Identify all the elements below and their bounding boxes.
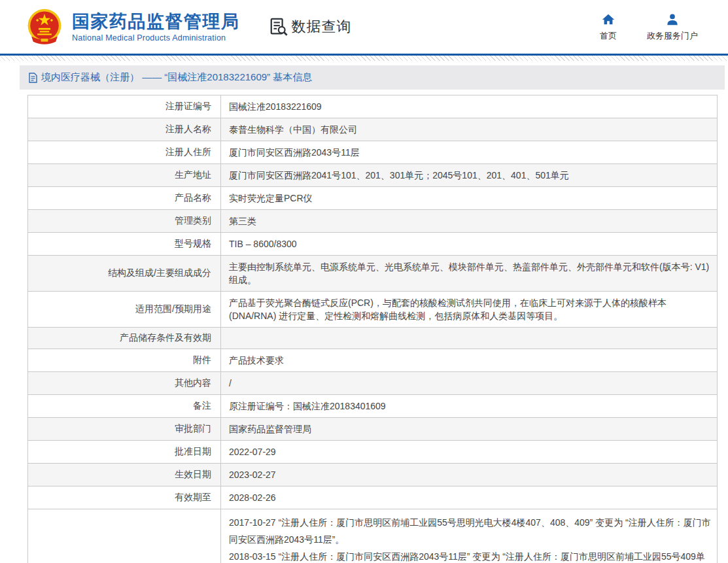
row-value: 主要由控制系统单元、电源系统单元、光电系统单元、模块部件单元、热盖部件单元、外壳…: [221, 256, 718, 292]
row-value: 原注册证编号：国械注准20183401609: [221, 395, 718, 418]
table-row: 变更情况2017-10-27 “注册人住所：厦门市思明区前埔工业园55号思明光电…: [28, 509, 718, 563]
table-row: 注册证编号国械注准20183221609: [28, 95, 718, 118]
row-label: 注册人名称: [28, 118, 221, 141]
row-label: 管理类别: [28, 210, 221, 233]
table-row: 产品名称实时荧光定量PCR仪: [28, 187, 718, 210]
row-label: 注册人住所: [28, 141, 221, 164]
row-label: 其他内容: [28, 372, 221, 395]
change-history-line: 2018-03-15 “注册人住所：厦门市同安区西洲路2043号11层” 变更为…: [229, 548, 712, 563]
table-row: 管理类别第三类: [28, 210, 718, 233]
row-label: 适用范围/预期用途: [28, 292, 221, 328]
row-label: 产品名称: [28, 187, 221, 210]
row-label: 结构及组成/主要组成成分: [28, 256, 221, 292]
nmpa-emblem-logo: [26, 8, 63, 46]
table-row: 注册人名称泰普生物科学（中国）有限公司: [28, 118, 718, 141]
row-value: 厦门市同安区西洲路2043号11层: [221, 141, 718, 164]
row-value: 2017-10-27 “注册人住所：厦门市思明区前埔工业园55号思明光电大楼4楼…: [221, 509, 718, 563]
row-label: 产品储存条件及有效期: [28, 328, 221, 349]
registration-info-table: 注册证编号国械注准20183221609注册人名称泰普生物科学（中国）有限公司注…: [27, 95, 718, 563]
table-row: 备注原注册证编号：国械注准20183401609: [28, 395, 718, 418]
row-label: 生效日期: [28, 464, 221, 486]
row-value: 实时荧光定量PCR仪: [221, 187, 718, 210]
table-row: 附件产品技术要求: [28, 349, 718, 372]
table-row: 注册人住所厦门市同安区西洲路2043号11层: [28, 141, 718, 164]
table-row: 适用范围/预期用途产品基于荧光聚合酶链式反应(PCR)，与配套的核酸检测试剂共同…: [28, 292, 718, 328]
nav-item-label: 政务服务门户: [647, 30, 698, 42]
table-row: 批准日期2022-07-29: [28, 441, 718, 464]
document-icon: [29, 73, 37, 83]
info-table-body: 注册证编号国械注准20183221609注册人名称泰普生物科学（中国）有限公司注…: [28, 95, 718, 563]
breadcrumb-title: 境内医疗器械（注册） —— “国械注准20183221609” 基本信息: [41, 71, 312, 84]
table-row: 产品储存条件及有效期: [28, 328, 718, 349]
row-value: 2028-02-26: [221, 486, 718, 509]
data-query-section[interactable]: 数据查询: [269, 17, 352, 37]
table-row: 型号规格TIB – 8600/8300: [28, 233, 718, 256]
row-value: 国械注准20183221609: [221, 95, 718, 118]
row-label: 注册证编号: [28, 95, 221, 118]
row-label: 审批部门: [28, 418, 221, 441]
row-value: 厦门市同安区西洲路2041号101、201、301单元；2045号101、201…: [221, 164, 718, 187]
row-value: 国家药品监督管理局: [221, 418, 718, 441]
site-header: 国家药品监督管理局 National Medical Products Admi…: [0, 0, 728, 54]
table-row: 生产地址厦门市同安区西洲路2041号101、201、301单元；2045号101…: [28, 164, 718, 187]
row-value: 产品基于荧光聚合酶链式反应(PCR)，与配套的核酸检测试剂共同使用，在临床上可对…: [221, 292, 718, 328]
row-label: 有效期至: [28, 486, 221, 509]
user-icon: [665, 12, 680, 27]
org-name-en: National Medical Products Administration: [72, 33, 240, 43]
row-value: 泰普生物科学（中国）有限公司: [221, 118, 718, 141]
row-value: [221, 328, 718, 349]
row-value: 产品技术要求: [221, 349, 718, 372]
data-query-icon: [269, 17, 288, 37]
header-nav: 首页 政务服务门户: [600, 12, 728, 42]
row-label: 型号规格: [28, 233, 221, 256]
hatch-strip: [0, 56, 728, 61]
row-label: 变更情况: [28, 509, 221, 563]
nav-item-portal[interactable]: 政务服务门户: [647, 12, 698, 42]
nav-item-home[interactable]: 首页: [600, 12, 617, 42]
org-name-zh: 国家药品监督管理局: [72, 12, 240, 31]
row-value: /: [221, 372, 718, 395]
table-row: 其他内容/: [28, 372, 718, 395]
change-history-line: 2017-10-27 “注册人住所：厦门市思明区前埔工业园55号思明光电大楼4楼…: [229, 514, 712, 548]
table-row: 结构及组成/主要组成成分主要由控制系统单元、电源系统单元、光电系统单元、模块部件…: [28, 256, 718, 292]
data-query-label: 数据查询: [292, 17, 352, 37]
row-value: 2023-02-27: [221, 464, 718, 486]
row-label: 批准日期: [28, 441, 221, 464]
org-title-block: 国家药品监督管理局 National Medical Products Admi…: [72, 12, 240, 43]
nav-item-label: 首页: [600, 30, 617, 42]
panel-header: 境内医疗器械（注册） —— “国械注准20183221609” 基本信息: [20, 65, 725, 90]
row-label: 生产地址: [28, 164, 221, 187]
table-row: 审批部门国家药品监督管理局: [28, 418, 718, 441]
row-value: TIB – 8600/8300: [221, 233, 718, 256]
row-label: 附件: [28, 349, 221, 372]
table-row: 生效日期2023-02-27: [28, 464, 718, 486]
row-value: 2022-07-29: [221, 441, 718, 464]
page-content: 境内医疗器械（注册） —— “国械注准20183221609” 基本信息 注册证…: [0, 61, 728, 563]
table-row: 有效期至2028-02-26: [28, 486, 718, 509]
home-icon: [601, 12, 615, 27]
row-value: 第三类: [221, 210, 718, 233]
row-label: 备注: [28, 395, 221, 418]
